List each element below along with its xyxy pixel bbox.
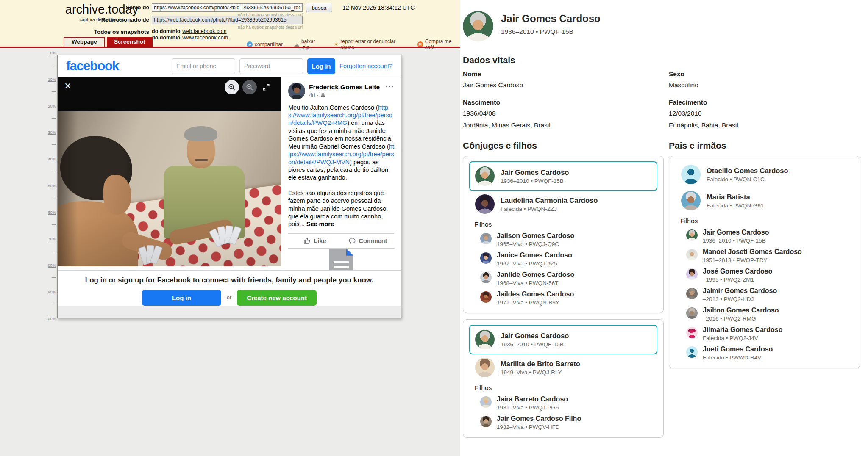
person-row[interactable]: Jailton Gomes Cardoso –2016 • PWQ2-RMG bbox=[675, 304, 854, 324]
person-name[interactable]: José Gomes Cardoso bbox=[703, 268, 773, 275]
login-button[interactable]: Log in bbox=[307, 58, 335, 74]
person-name[interactable]: Jailson Gomes Cardoso bbox=[497, 232, 574, 240]
download-zip-link[interactable]: ☁↓ baixar .zip bbox=[294, 39, 323, 50]
person-name[interactable]: Manoel Joseti Gomes Cardoso bbox=[703, 248, 802, 256]
banner-message: Log in or sign up for Facebook to connec… bbox=[58, 276, 401, 285]
person-name[interactable]: Jilmaria Gomes Cardoso bbox=[703, 326, 783, 334]
person-lifespan: 1968–Viva • PWQN-56T bbox=[497, 280, 574, 286]
mother-row[interactable]: Maria Batista Falecida • PWQN-G61 bbox=[675, 188, 854, 214]
search-button[interactable]: busca bbox=[306, 3, 332, 12]
ruler-mark-50[interactable]: 50% bbox=[48, 183, 56, 188]
post-meta: 4d · bbox=[309, 92, 380, 98]
banner-login-button[interactable]: Log in bbox=[142, 290, 221, 306]
post-more-icon[interactable]: ··· bbox=[386, 83, 394, 91]
person-row[interactable]: Jalmir Gomes Cardoso –2013 • PWQ2-HDJ bbox=[675, 285, 854, 304]
close-icon[interactable]: × bbox=[64, 79, 71, 93]
buy-coffee-label[interactable]: Compra me café bbox=[425, 39, 460, 50]
ruler-mark-10[interactable]: 10% bbox=[48, 77, 56, 82]
person-row[interactable]: Jaildes Gomes Cardoso 1971–Viva • PWQN-B… bbox=[469, 288, 657, 308]
person-name[interactable]: Otacilio Gomes Cardoso bbox=[707, 167, 788, 175]
profile-avatar[interactable] bbox=[463, 11, 493, 41]
comment-button[interactable]: Comment bbox=[341, 234, 394, 248]
person-name[interactable]: Jair Gomes Cardoso bbox=[703, 229, 769, 236]
ruler-mark-80[interactable]: 80% bbox=[48, 263, 56, 268]
post-author[interactable]: Frederick Gomes Leite bbox=[309, 83, 380, 91]
redirect-url-input[interactable] bbox=[152, 16, 303, 24]
ruler-mark-0[interactable]: 0% bbox=[50, 50, 56, 55]
father-row[interactable]: Otacilio Gomes Cardoso Falecido • PWQN-C… bbox=[675, 161, 854, 188]
ruler-mark-100[interactable]: 100% bbox=[46, 316, 56, 321]
facebook-logo[interactable]: facebook bbox=[66, 58, 119, 74]
person-row[interactable]: Jailson Gomes Cardoso 1965–Vivo • PWQJ-Q… bbox=[469, 230, 657, 249]
person-name[interactable]: Jailton Gomes Cardoso bbox=[703, 307, 779, 314]
ruler-dash bbox=[52, 171, 56, 171]
person-name[interactable]: Janilde Gomes Cardoso bbox=[497, 271, 574, 279]
person-name[interactable]: Joeti Gomes Cardoso bbox=[703, 345, 773, 353]
person-name[interactable]: Laudelina Carmonia Cardoso bbox=[501, 196, 598, 205]
section-title-vitals: Dados vitais bbox=[463, 55, 515, 65]
zoom-out-icon[interactable] bbox=[242, 80, 257, 94]
parents-and-siblings-card: Otacilio Gomes Cardoso Falecido • PWQN-C… bbox=[669, 156, 860, 368]
person-row[interactable]: Jair Gomes Cardoso Filho 1982–Viva • PWQ… bbox=[469, 413, 657, 432]
person-row[interactable]: Jaíra Barreto Cardoso 1981–Viva • PWQJ-P… bbox=[469, 393, 657, 413]
create-account-button[interactable]: Create new account bbox=[237, 290, 317, 306]
person-name[interactable]: Jaíra Barreto Cardoso bbox=[497, 395, 568, 403]
person-name[interactable]: Jalmir Gomes Cardoso bbox=[703, 287, 777, 295]
focus-spouse-card[interactable]: Jair Gomes Cardoso 1936–2010 • PWQF-15B bbox=[469, 161, 657, 191]
person-row[interactable]: Manoel Joseti Gomes Cardoso 1951–2013 • … bbox=[675, 246, 854, 265]
person-row[interactable]: Joeti Gomes Cardoso Falecido • PWWD-R4V bbox=[675, 343, 854, 363]
tab-webpage[interactable]: Webpage bbox=[64, 37, 105, 47]
person-name[interactable]: Jair Gomes Cardoso bbox=[501, 332, 569, 340]
person-row[interactable]: Jilmaria Gomes Cardoso Falecida • PWQ2-J… bbox=[675, 324, 854, 343]
family-card: Jair Gomes Cardoso 1936–2010 • PWQF-15B … bbox=[463, 319, 664, 438]
domain-link-web[interactable]: web.facebook.com bbox=[182, 28, 226, 34]
screenshot-stage: archive.today captura de webpages Salvo … bbox=[0, 0, 868, 456]
ruler-mark-90[interactable]: 90% bbox=[48, 290, 56, 294]
person-row[interactable]: José Gomes Cardoso –1995 • PWQ2-ZM1 bbox=[675, 265, 854, 285]
thumbs-up-icon bbox=[303, 237, 311, 245]
like-button[interactable]: Like bbox=[288, 234, 341, 248]
person-avatar bbox=[686, 327, 698, 338]
person-row[interactable]: Jair Gomes Cardoso 1936–2010 • PWQF-15B bbox=[675, 227, 854, 246]
buy-coffee-link[interactable]: M Compra me café bbox=[417, 39, 460, 50]
person-name[interactable]: Maria Batista bbox=[707, 193, 764, 201]
person-avatar bbox=[686, 346, 698, 358]
post-photo[interactable] bbox=[58, 111, 281, 266]
person-row[interactable]: Janilde Gomes Cardoso 1968–Viva • PWQN-5… bbox=[469, 269, 657, 288]
ruler-mark-30[interactable]: 30% bbox=[48, 130, 56, 135]
person-name[interactable]: Marilita de Brito Barreto bbox=[501, 360, 580, 368]
person-name[interactable]: Jair Gomes Cardoso Filho bbox=[497, 415, 581, 423]
email-field[interactable] bbox=[172, 58, 235, 74]
ruler-mark-70[interactable]: 70% bbox=[48, 237, 56, 241]
ruler-mark-40[interactable]: 40% bbox=[48, 157, 56, 161]
forgotten-account-link[interactable]: Forgotten account? bbox=[339, 63, 392, 69]
all-snapshots-label: Todos os snapshots bbox=[64, 29, 149, 35]
person-name[interactable]: Janice Gomes Cardoso bbox=[497, 251, 572, 259]
person-name[interactable]: Jair Gomes Cardoso bbox=[501, 169, 569, 177]
avatar[interactable] bbox=[288, 83, 305, 99]
partner-row[interactable]: Laudelina Carmonia Cardoso Falecida • PW… bbox=[469, 191, 657, 217]
fullscreen-icon[interactable] bbox=[262, 83, 270, 91]
partner-row[interactable]: Marilita de Brito Barreto 1949–Viva • PW… bbox=[469, 354, 657, 381]
report-abuse-label[interactable]: report errar or denunciar abuso bbox=[340, 39, 406, 50]
password-field[interactable] bbox=[239, 58, 303, 74]
person-name[interactable]: Jaildes Gomes Cardoso bbox=[497, 290, 574, 298]
report-abuse-link[interactable]: ☀ report errar or denunciar abuso bbox=[334, 39, 406, 50]
person-avatar bbox=[475, 166, 495, 186]
ruler-mark-60[interactable]: 60% bbox=[48, 210, 56, 215]
ruler-dash bbox=[52, 251, 56, 251]
ruler-mark-20[interactable]: 20% bbox=[48, 104, 56, 108]
saved-from-label: Salvo de bbox=[64, 4, 149, 11]
redirected-from-label: Redirecionado de bbox=[64, 17, 149, 23]
see-more-link[interactable]: See more bbox=[306, 221, 334, 227]
tab-screenshot[interactable]: Screenshot bbox=[107, 37, 153, 47]
download-zip-label[interactable]: baixar .zip bbox=[301, 39, 323, 50]
person-lifespan: –1995 • PWQ2-ZM1 bbox=[703, 276, 773, 283]
focus-spouse-card[interactable]: Jair Gomes Cardoso 1936–2010 • PWQF-15B bbox=[469, 325, 657, 354]
zoom-in-icon[interactable] bbox=[225, 80, 239, 94]
person-row[interactable]: Janice Gomes Cardoso 1967–Viva • PWQJ-9Z… bbox=[469, 249, 657, 269]
person-avatar bbox=[686, 307, 698, 319]
saved-url-input[interactable] bbox=[152, 3, 303, 12]
domain-link-www[interactable]: www.facebook.com bbox=[182, 35, 228, 41]
person-lifespan: 1982–Viva • PWQV-HFD bbox=[497, 424, 581, 430]
